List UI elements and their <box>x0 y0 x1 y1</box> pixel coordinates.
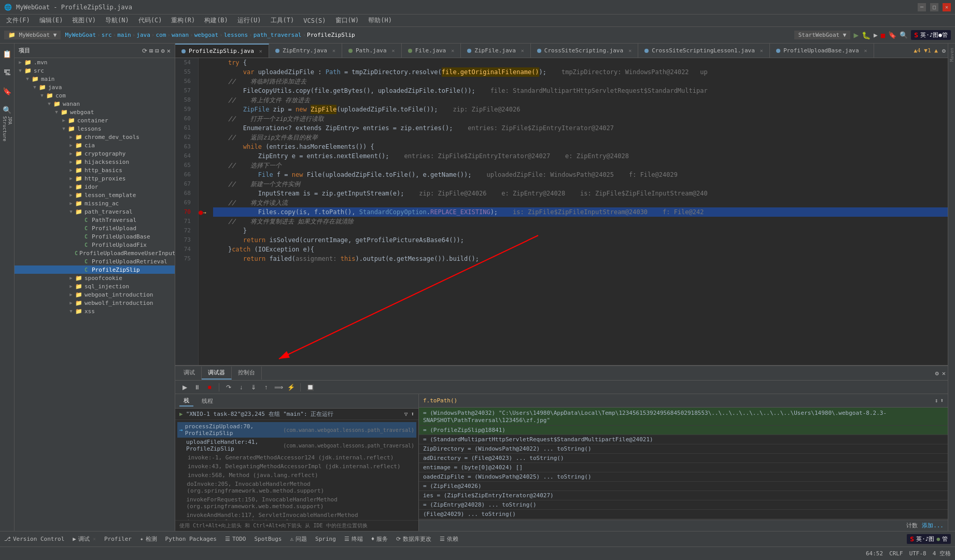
stop-button[interactable]: ■ <box>881 31 885 39</box>
toolbar-detection[interactable]: ✦ 检测 <box>140 535 157 543</box>
sidebar-expand-icon[interactable]: ⊞ <box>149 47 153 54</box>
tab-close-button[interactable]: ✕ <box>760 48 763 53</box>
toolbar-services[interactable]: ♦ 服务 <box>371 535 388 543</box>
var-sort-icon[interactable]: ↕ <box>935 397 938 404</box>
menu-build[interactable]: 构建(B) <box>200 15 232 26</box>
thread-tab-threads[interactable]: 线程 <box>198 396 217 406</box>
toolbar-problems[interactable]: ⚠ 问题 <box>290 535 307 543</box>
thread-tab-stack[interactable]: 栈 <box>179 396 193 407</box>
menu-edit[interactable]: 编辑(E) <box>35 15 67 26</box>
tree-item-mvn[interactable]: ▶ 📁 .mvn <box>15 58 175 66</box>
stack-frame-0[interactable]: → processZipUpload:70, ProfileZipSlip (c… <box>177 422 416 438</box>
tree-item-webgoat-intro[interactable]: ▶ 📁 webgoat_introduction <box>15 290 175 299</box>
toolbar-profiler[interactable]: Profiler <box>104 536 132 542</box>
tree-item-xss[interactable]: ▼ 📁 xss <box>15 307 175 315</box>
tree-item-wanan[interactable]: ▼ 📁 wanan <box>15 100 175 108</box>
tab-close-button[interactable]: ✕ <box>259 48 262 54</box>
var-item-1[interactable]: = (StandardMultipartHttpServletRequest$S… <box>419 435 948 444</box>
stop-debug-button[interactable]: ■ <box>204 382 215 393</box>
tab-zipentry[interactable]: ZipEntry.java ✕ <box>269 44 342 58</box>
tree-item-cia[interactable]: ▶ 📁 cia <box>15 141 175 149</box>
tree-item-lessons[interactable]: ▼ 📁 lessons <box>15 124 175 133</box>
tree-item-container[interactable]: ▶ 📁 container <box>15 116 175 124</box>
debug-close-icon[interactable]: ✕ <box>942 370 946 377</box>
bookmark-button[interactable]: 🔖 <box>888 31 896 39</box>
stack-frame-2[interactable]: invoke:-1, GeneratedMethodAccessor124 (j… <box>177 453 416 462</box>
var-item-6[interactable]: = (ZipFile@24026) <box>419 482 948 491</box>
menu-help[interactable]: 帮助(H) <box>364 15 396 26</box>
tree-item-hijack[interactable]: ▶ 📁 hijacksession <box>15 158 175 166</box>
menu-window[interactable]: 窗口(W) <box>331 15 363 26</box>
tree-item-cryptography[interactable]: ▶ 📁 cryptography <box>15 149 175 158</box>
debug-tab-console[interactable]: 控制台 <box>232 367 262 380</box>
force-step-into-button[interactable]: ⇓ <box>248 382 259 393</box>
var-item-2[interactable]: ZipDirectory = (WindowsPath@24022) ... t… <box>419 444 948 454</box>
stack-frame-5[interactable]: doInvoke:205, InvocableHandlerMethod (or… <box>177 480 416 495</box>
stack-frame-4[interactable]: invoke:568, Method (java.lang.reflect) <box>177 471 416 480</box>
step-into-button[interactable]: ↓ <box>236 382 246 393</box>
toolbar-spring[interactable]: Spring <box>315 536 336 542</box>
toolbar-debug[interactable]: ▶ 调试 × <box>73 535 96 543</box>
tree-item-src[interactable]: ▼ 📁 src <box>15 66 175 75</box>
tree-item-missing-ac[interactable]: ▶ 📁 missing_ac <box>15 199 175 207</box>
tab-close-button[interactable]: ✕ <box>332 48 335 53</box>
toolbar-terminal[interactable]: ☰ 终端 <box>344 535 363 543</box>
tab-close-button[interactable]: ✕ <box>864 48 867 53</box>
tree-item-profileuploadretrieval[interactable]: C ProfileUploadRetrieval <box>15 257 175 265</box>
toolbar-todo[interactable]: ☰ TODO <box>225 536 246 542</box>
var-item-3[interactable]: adDirectory = (File@24023) ... toString(… <box>419 454 948 463</box>
menu-refactor[interactable]: 重构(R) <box>167 15 199 26</box>
minimize-button[interactable]: ─ <box>918 3 926 11</box>
tree-item-profileuploadbase[interactable]: C ProfileUploadBase <box>15 232 175 241</box>
toolbar-dependencies[interactable]: ☰ 依赖 <box>440 535 458 543</box>
toolbar-db-changes[interactable]: ⟳ 数据库更改 <box>396 535 431 543</box>
project-view-icon[interactable]: 📋 <box>1 48 13 60</box>
menu-code[interactable]: 代码(C) <box>134 15 166 26</box>
sidebar-settings-icon[interactable]: ⚙ <box>161 47 165 54</box>
toolbar-version-control[interactable]: ⎇ Version Control <box>4 536 64 542</box>
tab-path[interactable]: Path.java ✕ <box>342 44 402 58</box>
tree-item-http-basics[interactable]: ▶ 📁 http_basics <box>15 166 175 174</box>
run-coverage-button[interactable]: ▶ <box>874 31 878 39</box>
toolbar-python[interactable]: Python Packages <box>165 536 217 542</box>
tree-item-webgoat[interactable]: ▼ 📁 webgoat <box>15 108 175 116</box>
maximize-button[interactable]: □ <box>930 3 938 11</box>
search-button[interactable]: 🔍 <box>900 31 908 39</box>
structure-icon[interactable]: 🏗 <box>1 66 13 79</box>
encoding[interactable]: UTF-8 <box>909 550 926 557</box>
var-item-4[interactable]: entimage = (byte[0]@24024) [] <box>419 463 948 472</box>
menu-file[interactable]: 文件(F) <box>2 15 34 26</box>
debug-settings-icon[interactable]: ⚙ <box>935 370 939 377</box>
tree-item-main[interactable]: ▼ 📁 main <box>15 75 175 83</box>
var-item-5[interactable]: oadedZipFile = (WindowsPath@24025) ... t… <box>419 472 948 482</box>
restore-layout-button[interactable]: 🔲 <box>305 382 315 393</box>
run-button[interactable]: ▶ <box>853 30 859 40</box>
var-restore-icon[interactable]: ⬆ <box>940 397 944 404</box>
pause-button[interactable]: ⏸ <box>192 382 202 393</box>
find-icon[interactable]: 🔍 <box>1 104 13 116</box>
stack-frame-6[interactable]: invokeForRequest:150, InvocableHandlerMe… <box>177 495 416 511</box>
code-editor[interactable]: 54 55 56 57 58 59 60 61 62 63 64 65 <box>175 58 948 365</box>
tree-item-profileuploadremove[interactable]: C ProfileUploadRemoveUserInput <box>15 249 175 257</box>
menu-navigate[interactable]: 导航(N) <box>101 15 133 26</box>
tree-item-chrome[interactable]: ▶ 📁 chrome_dev_tools <box>15 133 175 141</box>
settings-icon[interactable]: ⚙ <box>942 47 946 54</box>
stack-frame-1[interactable]: uploadFileHandler:41, ProfileZipSlip (co… <box>177 438 416 453</box>
export-icon[interactable]: ⬆ <box>411 411 414 417</box>
tree-item-profileupload[interactable]: C ProfileUpload <box>15 224 175 232</box>
tree-item-pathtraversal[interactable]: C PathTraversal <box>15 216 175 224</box>
tab-xss[interactable]: CrossSiteScripting.java ✕ <box>531 44 638 58</box>
tree-item-com[interactable]: ▼ 📁 com <box>15 91 175 100</box>
tree-item-profilezipslip[interactable]: C ProfileZipSlip <box>15 265 175 274</box>
var-add-label[interactable]: 添加... <box>922 522 944 529</box>
tab-xss1[interactable]: CrossSiteScriptingLesson1.java ✕ <box>638 44 770 58</box>
debug-tab-debugger[interactable]: 调试器 <box>202 367 232 380</box>
stack-frame-3[interactable]: invoke:43, DelegatingMethodAccessorImpl … <box>177 462 416 471</box>
tree-item-lesson-template[interactable]: ▶ 📁 lesson_template <box>15 191 175 199</box>
debug-button[interactable]: 🐛 <box>862 31 870 39</box>
tab-file[interactable]: File.java ✕ <box>402 44 461 58</box>
tab-profilezipslip[interactable]: ProfileZipSlip.java ✕ <box>175 44 269 58</box>
run-config-dropdown[interactable]: StartWebGoat ▼ <box>794 31 851 39</box>
bookmarks-icon[interactable]: 🔖 <box>1 85 13 97</box>
menu-vcs[interactable]: VCS(S) <box>299 16 330 25</box>
